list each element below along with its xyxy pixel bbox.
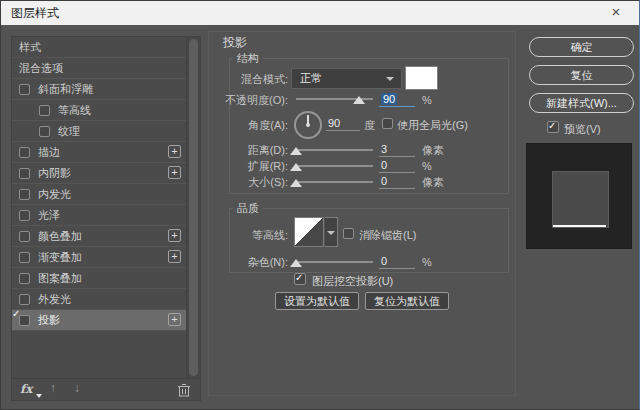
anti-alias-checkbox[interactable] xyxy=(343,228,354,239)
spread-slider-thumb[interactable] xyxy=(290,163,302,171)
close-icon[interactable]: × xyxy=(601,1,631,25)
preview-label: 预览(V) xyxy=(564,122,601,136)
sidebar-item[interactable]: 纹理 xyxy=(12,121,186,142)
sidebar-item[interactable]: 投影+ xyxy=(12,310,186,331)
noise-label: 杂色(N): xyxy=(216,255,288,269)
blend-mode-select[interactable]: 正常 xyxy=(291,68,402,89)
noise-input[interactable]: 0 xyxy=(379,254,415,269)
contour-picker[interactable] xyxy=(294,217,324,247)
angle-label: 角度(A): xyxy=(216,118,288,132)
sidebar-item[interactable]: 斜面和浮雕 xyxy=(12,79,186,100)
scrollbar-thumb[interactable] xyxy=(189,39,198,376)
global-light-checkbox[interactable] xyxy=(382,118,393,129)
contour-dropdown[interactable] xyxy=(325,217,338,247)
sidebar-item[interactable]: 内发光 xyxy=(12,184,186,205)
sidebar-item-label: 图案叠加 xyxy=(38,271,82,286)
effect-checkbox[interactable] xyxy=(19,168,30,179)
distance-label: 距离(D): xyxy=(216,143,288,157)
effect-checkbox[interactable] xyxy=(19,294,30,305)
effect-checkbox[interactable] xyxy=(19,147,30,158)
effects-scrollbar[interactable] xyxy=(186,37,200,378)
sidebar-item[interactable]: 内阴影+ xyxy=(12,163,186,184)
spread-input[interactable]: 0 xyxy=(379,158,415,173)
add-effect-instance-icon[interactable]: + xyxy=(168,229,181,242)
shadow-color-swatch[interactable] xyxy=(405,66,438,90)
add-effect-instance-icon[interactable]: + xyxy=(168,166,181,179)
effects-list: 样式混合选项斜面和浮雕等高线纹理描边+内阴影+内发光光泽颜色叠加+渐变叠加+图案… xyxy=(12,37,186,378)
dialog-title: 图层样式 xyxy=(11,1,59,25)
sidebar-item-label: 渐变叠加 xyxy=(38,250,82,265)
add-effect-instance-icon[interactable]: + xyxy=(168,313,181,326)
dialog-titlebar[interactable]: 图层样式 × xyxy=(1,1,639,25)
sidebar-item[interactable]: 颜色叠加+ xyxy=(12,226,186,247)
chevron-down-icon xyxy=(386,77,394,81)
sidebar-item-label: 颜色叠加 xyxy=(38,229,82,244)
effects-footer-toolbar: fx ↑ ↓ xyxy=(12,378,200,400)
size-slider[interactable] xyxy=(296,181,373,183)
size-unit: 像素 xyxy=(422,175,444,189)
sidebar-item[interactable]: 混合选项 xyxy=(12,58,186,79)
add-effect-instance-icon[interactable]: + xyxy=(168,145,181,158)
move-effect-down-icon[interactable]: ↓ xyxy=(74,381,80,395)
spread-unit: % xyxy=(422,159,432,173)
move-effect-up-icon[interactable]: ↑ xyxy=(50,381,56,395)
add-effect-instance-icon[interactable]: + xyxy=(168,250,181,263)
reset-default-button[interactable]: 复位为默认值 xyxy=(365,292,449,310)
distance-input[interactable]: 3 xyxy=(379,142,415,157)
sidebar-item[interactable]: 光泽 xyxy=(12,205,186,226)
effect-title: 投影 xyxy=(223,34,247,51)
angle-unit: 度 xyxy=(364,118,375,132)
quality-group-label: 品质 xyxy=(233,201,263,215)
sidebar-item[interactable]: 图案叠加 xyxy=(12,268,186,289)
angle-input[interactable]: 90 xyxy=(326,116,360,131)
new-style-button[interactable]: 新建样式(W)... xyxy=(529,93,634,113)
sidebar-item[interactable]: 外发光 xyxy=(12,289,186,310)
effect-preview-thumbnail xyxy=(526,143,632,249)
make-default-button[interactable]: 设置为默认值 xyxy=(275,292,359,310)
opacity-slider-thumb[interactable] xyxy=(353,96,365,104)
effect-checkbox[interactable] xyxy=(39,105,50,116)
effect-checkbox[interactable] xyxy=(19,231,30,242)
effects-sidebar: 样式混合选项斜面和浮雕等高线纹理描边+内阴影+内发光光泽颜色叠加+渐变叠加+图案… xyxy=(11,36,201,401)
distance-slider-thumb[interactable] xyxy=(290,147,302,155)
distance-unit: 像素 xyxy=(422,143,444,157)
spread-label: 扩展(R): xyxy=(216,159,288,173)
sidebar-item-label: 样式 xyxy=(19,40,41,55)
size-input[interactable]: 0 xyxy=(379,174,415,189)
effect-checkbox[interactable] xyxy=(19,252,30,263)
knockout-checkbox[interactable] xyxy=(294,273,306,285)
noise-unit: % xyxy=(422,255,432,269)
size-label: 大小(S): xyxy=(216,175,288,189)
structure-group-label: 结构 xyxy=(233,51,263,65)
noise-slider-thumb[interactable] xyxy=(290,259,302,267)
knockout-label: 图层挖空投影(U) xyxy=(312,274,393,288)
effect-checkbox[interactable] xyxy=(19,210,30,221)
angle-dial[interactable] xyxy=(294,111,322,139)
sidebar-item[interactable]: 样式 xyxy=(12,37,186,58)
fx-menu-icon[interactable]: fx xyxy=(20,382,32,396)
effect-checkbox[interactable] xyxy=(19,315,30,326)
distance-slider[interactable] xyxy=(296,149,373,151)
spread-slider[interactable] xyxy=(296,165,373,167)
effect-checkbox[interactable] xyxy=(39,126,50,137)
sidebar-item[interactable]: 等高线 xyxy=(12,100,186,121)
effect-checkbox[interactable] xyxy=(19,273,30,284)
sidebar-item[interactable]: 渐变叠加+ xyxy=(12,247,186,268)
reset-button[interactable]: 复位 xyxy=(529,65,634,85)
sidebar-item-label: 等高线 xyxy=(58,103,91,118)
delete-effect-icon[interactable] xyxy=(178,383,190,401)
size-slider-thumb[interactable] xyxy=(290,179,302,187)
opacity-input[interactable]: 90 xyxy=(379,92,415,107)
anti-alias-label: 消除锯齿(L) xyxy=(359,228,416,242)
noise-slider[interactable] xyxy=(296,261,373,263)
preview-checkbox[interactable] xyxy=(547,121,559,133)
opacity-label: 不透明度(O): xyxy=(216,93,288,107)
effect-checkbox[interactable] xyxy=(19,84,30,95)
sidebar-item-label: 描边 xyxy=(38,145,60,160)
ok-button[interactable]: 确定 xyxy=(529,37,634,57)
sidebar-item[interactable]: 描边+ xyxy=(12,142,186,163)
blend-mode-value: 正常 xyxy=(300,69,322,88)
blend-mode-label: 混合模式: xyxy=(216,72,288,86)
global-light-label: 使用全局光(G) xyxy=(397,118,468,132)
effect-checkbox[interactable] xyxy=(19,189,30,200)
